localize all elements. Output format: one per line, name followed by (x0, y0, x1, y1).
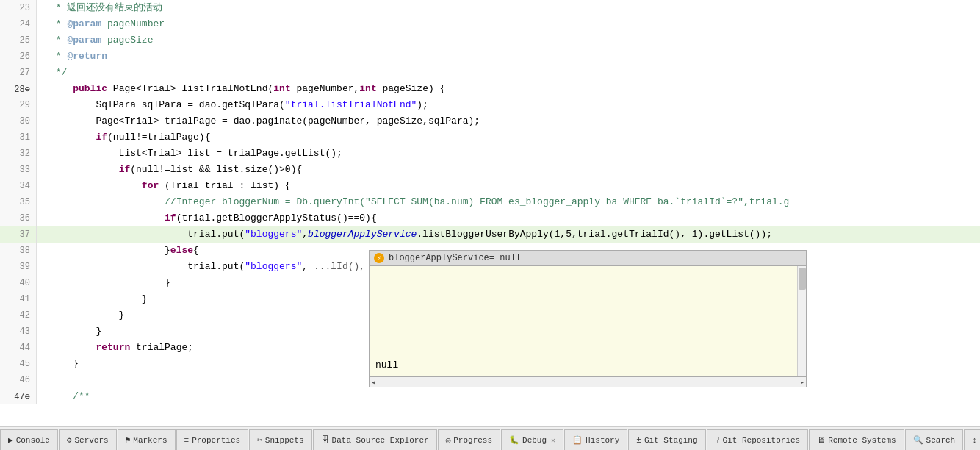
tab-console[interactable]: ▶ Console (0, 429, 58, 450)
history-icon: 📋 (572, 435, 583, 445)
fold-icon[interactable] (37, 69, 46, 77)
fold-icon[interactable] (37, 21, 46, 29)
fold-icon[interactable] (37, 150, 46, 158)
tab-debug[interactable]: 🐛 Debug ✕ (501, 429, 563, 450)
line-number: 38 (0, 243, 37, 259)
tab-gitrepo-label: Git Repositories (723, 436, 801, 445)
tooltip-content: null (375, 360, 398, 371)
code-text: for (Trial trial : list) { (46, 178, 291, 194)
tab-search[interactable]: 🔍 Search (905, 429, 964, 450)
tab-properties[interactable]: ≡ Properties (176, 429, 249, 450)
fold-icon[interactable] (37, 231, 46, 239)
tab-gitstaging[interactable]: ± Git Staging (628, 429, 705, 450)
fold-icon[interactable] (37, 360, 46, 368)
tab-progress-label: Progress (453, 436, 492, 445)
gitstaging-icon: ± (636, 436, 641, 445)
tab-debug-label: Debug (522, 436, 547, 445)
tab-history[interactable]: 📋 History (564, 429, 627, 450)
tooltip-vscrollbar[interactable] (797, 266, 806, 376)
line-number: 33 (0, 162, 37, 178)
code-text: if(trial.getBloggerApplyStatus()==0){ (46, 210, 377, 226)
fold-icon[interactable] (37, 279, 46, 288)
code-text: public Page<Trial> listTrialNotEnd(int p… (46, 81, 445, 97)
code-text: }else{ (46, 243, 199, 259)
table-row: 31 if(null!=trialPage){ (0, 129, 980, 146)
tab-remotesystems[interactable]: 🖥 Remote Systems (809, 429, 904, 450)
line-number: 35 (0, 194, 37, 210)
line-number: 44 (0, 340, 37, 356)
fold-icon[interactable] (37, 199, 46, 207)
tab-gitrepo[interactable]: ⑂ Git Repositories (707, 429, 809, 450)
fold-icon[interactable] (37, 134, 46, 142)
table-row: 37 trial.put("bloggers",bloggerApplyServ… (0, 226, 980, 243)
table-row: 30 Page<Trial> trialPage = dao.paginate(… (0, 113, 980, 129)
tab-callhierarchy[interactable]: ↕ Call Hierarchy (964, 429, 980, 450)
table-row: 34 for (Trial trial : list) { (0, 178, 980, 194)
table-row: 24 * @param pageNumber (0, 16, 980, 32)
tab-markers[interactable]: ⚑ Markers (118, 429, 176, 450)
table-row: 47⊖ /** (0, 388, 980, 404)
tab-datasource[interactable]: 🗄 Data Source Explorer (313, 429, 437, 450)
table-row: 27 */ (0, 65, 980, 81)
tooltip-hscrollbar[interactable] (375, 379, 800, 386)
fold-icon[interactable] (37, 328, 46, 336)
search-icon: 🔍 (913, 435, 923, 445)
fold-icon[interactable] (37, 263, 46, 271)
tab-progress[interactable]: ◎ Progress (438, 429, 500, 450)
code-text: } (46, 291, 148, 307)
line-number: 34 (0, 178, 37, 194)
vscroll-thumb[interactable] (799, 268, 806, 290)
code-text: trial.put("bloggers",bloggerApplyService… (46, 226, 772, 243)
code-text: * @return (46, 49, 107, 65)
gitrepo-icon: ⑂ (715, 436, 720, 445)
code-text: * @param pageNumber (46, 16, 165, 32)
code-text: /** (46, 388, 90, 404)
fold-icon[interactable] (37, 344, 46, 352)
servers-icon: ⚙ (67, 435, 72, 445)
debug-close-icon[interactable]: ✕ (551, 436, 555, 445)
line-number: 24 (0, 16, 37, 32)
snippets-icon: ✂ (257, 435, 262, 445)
fold-icon[interactable] (37, 296, 46, 304)
tab-remotesystems-label: Remote Systems (828, 436, 896, 445)
fold-icon[interactable] (37, 37, 46, 45)
tooltip-popup: ⚡ bloggerApplyService= null null ◂ ▸ (369, 250, 807, 388)
line-number: 41 (0, 291, 37, 307)
code-lines: 23 * 返回还没有结束的活动 24 * @param pageNumber 2… (0, 0, 980, 426)
line-number: 32 (0, 146, 37, 162)
fold-icon[interactable] (37, 376, 46, 385)
fold-icon[interactable] (37, 101, 46, 110)
fold-icon[interactable] (37, 118, 46, 126)
fold-icon[interactable] (37, 4, 46, 12)
fold-icon[interactable] (37, 166, 46, 174)
code-editor: 23 * 返回还没有结束的活动 24 * @param pageNumber 2… (0, 0, 980, 426)
line-number: 26 (0, 49, 37, 65)
fold-icon[interactable] (37, 182, 46, 190)
fold-icon[interactable] (37, 215, 46, 223)
code-text: } (46, 307, 124, 324)
line-number: 31 (0, 129, 37, 146)
line-number: 30 (0, 113, 37, 129)
fold-icon[interactable] (37, 312, 46, 320)
code-text: * @param pageSize (46, 32, 153, 49)
fold-icon[interactable] (37, 247, 46, 255)
table-row: 33 if(null!=list && list.size()>0){ (0, 162, 980, 178)
code-text: //Integer bloggerNum = Db.queryInt("SELE… (46, 194, 789, 210)
hscroll-right-arrow[interactable]: ▸ (800, 378, 804, 387)
table-row: 23 * 返回还没有结束的活动 (0, 0, 980, 16)
table-row: 29 SqlPara sqlPara = dao.getSqlPara("tri… (0, 97, 980, 113)
tab-datasource-label: Data Source Explorer (332, 436, 429, 445)
line-number: 47⊖ (0, 388, 37, 404)
table-row: 28⊖ public Page<Trial> listTrialNotEnd(i… (0, 81, 980, 97)
tab-snippets[interactable]: ✂ Snippets (249, 429, 311, 450)
line-number: 29 (0, 97, 37, 113)
tab-gitstaging-label: Git Staging (644, 436, 698, 445)
console-icon: ▶ (8, 435, 13, 445)
bottom-tab-bar: ▶ Console ⚙ Servers ⚑ Markers ≡ Properti… (0, 426, 980, 450)
properties-icon: ≡ (184, 436, 190, 445)
tab-servers[interactable]: ⚙ Servers (59, 429, 117, 450)
line-number: 45 (0, 356, 37, 372)
fold-icon[interactable] (37, 53, 46, 61)
tooltip-header: ⚡ bloggerApplyService= null (370, 251, 806, 266)
tab-properties-label: Properties (192, 436, 240, 445)
